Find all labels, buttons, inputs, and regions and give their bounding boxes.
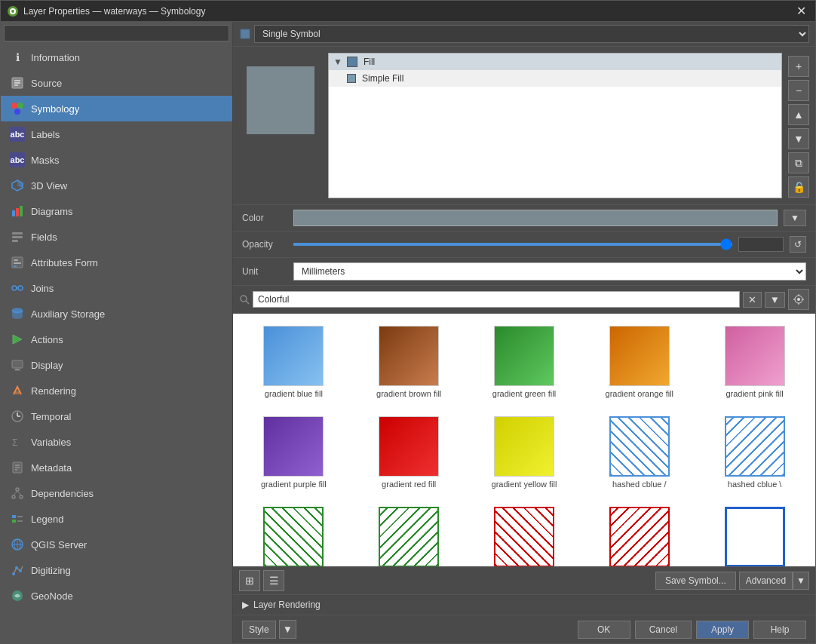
advanced-dropdown-btn[interactable]: ▼ — [793, 572, 809, 590]
symbol-cell-gradient-red-fill[interactable]: gradient red fill — [354, 410, 464, 495]
title-bar-left: Layer Properties — waterways — Symbology — [7, 5, 205, 17]
filter-settings-btn[interactable] — [788, 289, 809, 310]
sidebar-item-label: Variables — [31, 437, 71, 448]
sidebar-item-qgis-server[interactable]: QGIS Server — [1, 532, 232, 557]
symbol-cell-hashed-cgreen-rev[interactable]: hashed cgreen \ — [354, 501, 464, 566]
symbol-cell-gradient-green-fill[interactable]: gradient green fill — [470, 320, 579, 404]
color-picker-btn[interactable]: ▼ — [784, 210, 806, 226]
sidebar-item-digitizing[interactable]: Digitizing — [1, 557, 232, 583]
sidebar-item-label: Metadata — [31, 462, 72, 474]
symbol-label: gradient purple fill — [261, 480, 327, 489]
move-down-btn[interactable]: ▼ — [788, 128, 809, 149]
sidebar-item-actions[interactable]: Actions — [1, 327, 232, 352]
sidebar-item-label: Masks — [31, 155, 60, 166]
ok-btn[interactable]: OK — [578, 621, 630, 639]
advanced-btn[interactable]: Advanced — [739, 572, 793, 590]
sidebar-item-diagrams[interactable]: Diagrams — [1, 198, 232, 224]
sidebar-item-display[interactable]: Display — [1, 352, 232, 378]
sidebar-item-auxiliary-storage[interactable]: Auxiliary Storage — [1, 301, 232, 327]
sidebar-item-3dview[interactable]: 3D View — [1, 173, 232, 198]
svg-point-54 — [12, 572, 15, 575]
lock-btn[interactable]: 🔒 — [788, 176, 809, 198]
symbol-thumb — [379, 416, 439, 477]
symbol-tree-simple-fill[interactable]: Simple Fill — [329, 70, 781, 87]
style-dropdown-btn[interactable]: ▼ — [279, 620, 296, 639]
variables-icon: Σ — [10, 434, 25, 449]
filter-clear-btn[interactable]: ✕ — [743, 292, 762, 308]
help-btn[interactable]: Help — [753, 621, 806, 639]
bottom-bar: ⊞ ☰ Save Symbol... Advanced ▼ — [233, 566, 815, 594]
sidebar-item-label: Joins — [31, 283, 54, 294]
sidebar-item-fields[interactable]: Fields — [1, 224, 232, 250]
sidebar-item-labels[interactable]: abc Labels — [1, 121, 232, 147]
sidebar-item-variables[interactable]: Σ Variables — [1, 429, 232, 455]
symbol-preview-area: ▼ Fill Simple Fill + − ▲ ▼ — [233, 47, 815, 205]
sidebar-item-metadata[interactable]: Metadata — [1, 455, 232, 480]
symbol-type-select[interactable]: Single Symbol — [254, 25, 809, 43]
sidebar-item-rendering[interactable]: Rendering — [1, 378, 232, 403]
sidebar-item-joins[interactable]: Joins — [1, 275, 232, 301]
sidebar-item-label: 3D View — [31, 180, 67, 192]
sidebar-item-dependencies[interactable]: Dependencies — [1, 480, 232, 506]
digitizing-icon — [10, 563, 25, 578]
symbol-preview — [247, 66, 314, 134]
symbol-label: hashed cblue \ — [728, 480, 782, 489]
symbol-thumb — [263, 507, 324, 566]
symbol-cell-gradient-orange-fill[interactable]: gradient orange fill — [584, 320, 694, 404]
save-symbol-btn[interactable]: Save Symbol... — [655, 572, 736, 590]
symbol-cell-gradient-yellow-fill[interactable]: gradient yellow fill — [470, 410, 579, 495]
symbol-label: hashed cblue / — [612, 480, 667, 489]
sidebar-item-masks[interactable]: abc Masks — [1, 147, 232, 173]
list-view-btn[interactable]: ☰ — [263, 570, 284, 591]
sidebar-item-temporal[interactable]: Temporal — [1, 403, 232, 429]
opacity-value-input[interactable]: 100.0 % — [738, 237, 784, 252]
color-picker-preview[interactable] — [293, 210, 778, 226]
sidebar-item-symbology[interactable]: Symbology — [1, 96, 232, 121]
remove-symbol-btn[interactable]: − — [788, 80, 809, 101]
add-symbol-btn[interactable]: + — [788, 56, 809, 77]
symbol-label: gradient blue fill — [265, 389, 323, 398]
symbol-cell-gradient-brown-fill[interactable]: gradient brown fill — [354, 320, 464, 404]
symbol-cell-hashed-cblue-fwd[interactable]: hashed cblue / — [584, 410, 694, 495]
unit-select[interactable]: Millimeters — [293, 262, 806, 281]
symbology-icon — [10, 101, 25, 116]
symbol-cell-gradient-pink-fill[interactable]: gradient pink fill — [700, 320, 809, 404]
sidebar-search-input[interactable] — [4, 25, 229, 41]
symbol-cell-outline-blue[interactable]: outline blue — [700, 501, 809, 566]
sidebar-item-geonode[interactable]: GeoNode — [1, 583, 232, 609]
symbol-thumb — [494, 507, 554, 566]
close-button[interactable]: ✕ — [793, 4, 809, 18]
symbol-cell-hashed-cgreen-fwd[interactable]: hashed cgreen / — [239, 501, 348, 566]
style-btn[interactable]: Style — [242, 621, 276, 639]
move-up-btn[interactable]: ▲ — [788, 104, 809, 125]
symbol-cell-hashed-cred-rev[interactable]: hashed cred \ — [584, 501, 694, 566]
filter-options-btn[interactable]: ▼ — [765, 292, 785, 308]
sidebar-item-information[interactable]: ℹ Information — [1, 44, 232, 70]
attributes-form-icon — [10, 255, 25, 270]
opacity-slider[interactable] — [293, 243, 732, 246]
layer-rendering-expand[interactable]: ▶ — [242, 600, 249, 610]
symbol-cell-gradient-purple-fill[interactable]: gradient purple fill — [239, 410, 348, 495]
sidebar-item-attributes-form[interactable]: Attributes Form — [1, 250, 232, 275]
symbol-cell-hashed-cblue-rev[interactable]: hashed cblue \ — [700, 410, 809, 495]
svg-text:Σ: Σ — [12, 437, 17, 448]
symbol-cell-gradient-blue-fill[interactable]: gradient blue fill — [239, 320, 348, 404]
sidebar-item-source[interactable]: Source — [1, 70, 232, 96]
opacity-reset-btn[interactable]: ↺ — [790, 236, 806, 253]
symbol-thumb — [609, 416, 670, 477]
unit-label: Unit — [242, 266, 287, 277]
symbol-tree-fill[interactable]: ▼ Fill — [329, 54, 781, 70]
filter-input[interactable] — [253, 291, 740, 308]
settings-icon — [793, 294, 804, 305]
footer-left: Style ▼ — [242, 620, 296, 639]
svg-rect-31 — [14, 370, 21, 371]
svg-point-59 — [241, 296, 247, 302]
information-icon: ℹ — [10, 50, 25, 65]
apply-btn[interactable]: Apply — [696, 621, 749, 639]
sidebar-item-legend[interactable]: Legend — [1, 506, 232, 532]
cancel-btn[interactable]: Cancel — [635, 621, 692, 639]
duplicate-btn[interactable]: ⧉ — [788, 152, 809, 173]
grid-view-btn[interactable]: ⊞ — [239, 570, 260, 591]
symbol-cell-hashed-cred-fwd[interactable]: hashed cred / — [470, 501, 579, 566]
svg-point-56 — [19, 569, 22, 572]
